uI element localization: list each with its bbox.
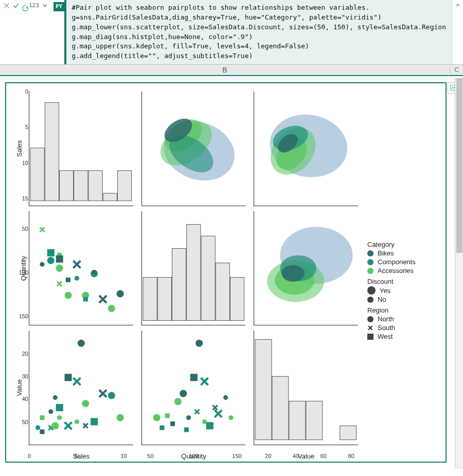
column-header-c[interactable]: C (450, 66, 463, 74)
svg-rect-1 (30, 148, 44, 201)
svg-point-67 (186, 415, 191, 420)
cancel-icon[interactable] (3, 2, 10, 9)
svg-rect-6 (103, 193, 117, 201)
legend-region-row: ✕South (367, 324, 439, 332)
svg-rect-74 (255, 340, 272, 440)
x-icon: ✕ (367, 325, 373, 331)
svg-rect-51 (56, 404, 63, 411)
circle-icon (367, 316, 373, 322)
svg-point-45 (35, 426, 40, 430)
panel-scatter-value-quantity: 50100150 Quantity (141, 331, 246, 445)
legend-region-label: South (378, 324, 395, 332)
svg-point-25 (64, 291, 72, 299)
svg-rect-66 (184, 428, 189, 432)
svg-point-55 (78, 340, 85, 347)
legend-category-title: Category (367, 241, 439, 248)
svg-point-44 (282, 265, 305, 282)
collapse-icon[interactable] (453, 0, 463, 10)
legend-swatch (367, 259, 373, 265)
panel-scatter-value-sales: Value 20304050 0510 Sales (29, 331, 133, 445)
svg-rect-2 (45, 103, 59, 201)
legend-disc-row: No (367, 296, 439, 303)
formula-bar-buttons: 123 (0, 0, 51, 11)
svg-rect-77 (306, 401, 323, 440)
python-badge: PY (54, 2, 64, 11)
vertical-scrollbar[interactable] (455, 78, 463, 469)
svg-rect-37 (201, 236, 215, 321)
legend-discount-title: Discount (367, 278, 439, 285)
formula-code[interactable]: #Pair plot with seaborn pairplots to sho… (64, 0, 453, 64)
svg-rect-38 (216, 263, 229, 320)
legend-cat-row: Accessories (367, 267, 439, 274)
svg-rect-63 (170, 422, 175, 426)
xlabel-sales: Sales (73, 452, 90, 460)
svg-rect-5 (88, 171, 102, 201)
svg-point-58 (108, 392, 115, 399)
svg-rect-68 (190, 374, 197, 381)
chart-legend: Category Bikes Components Accessories Di… (367, 237, 439, 341)
svg-point-30 (92, 270, 97, 274)
square-icon (367, 334, 373, 340)
svg-rect-4 (74, 171, 88, 201)
legend-swatch (367, 268, 373, 274)
panel-kde-sales-quantity (141, 91, 246, 206)
svg-rect-46 (40, 430, 44, 434)
legend-cat-row: Components (367, 258, 439, 266)
fx-icon[interactable]: 123 (22, 2, 39, 9)
svg-point-52 (57, 415, 62, 420)
svg-point-26 (75, 276, 79, 281)
svg-point-32 (117, 290, 124, 297)
svg-point-49 (53, 395, 58, 400)
legend-disc-row: Yes (367, 286, 439, 295)
panel-quantity-hist (141, 211, 246, 326)
svg-point-31 (108, 305, 115, 312)
svg-rect-24 (66, 278, 70, 282)
panel-kde-sales-value (254, 91, 358, 206)
svg-point-59 (117, 414, 124, 422)
svg-rect-34 (157, 277, 171, 320)
svg-point-72 (223, 395, 228, 400)
confirm-icon[interactable] (12, 2, 20, 9)
scrollbar-thumb[interactable] (456, 78, 462, 253)
dropdown-icon[interactable] (41, 2, 48, 9)
svg-point-73 (228, 415, 233, 420)
legend-size-swatch (367, 297, 373, 303)
legend-disc-label: No (378, 296, 386, 303)
svg-rect-47 (40, 415, 44, 420)
legend-region-row: North (367, 315, 439, 323)
legend-cat-label: Components (378, 258, 416, 266)
xlabel-quantity: Quantity (181, 452, 206, 460)
svg-rect-7 (117, 171, 131, 201)
legend-size-swatch (367, 286, 376, 295)
panel-sales-hist: Sales 051015 (29, 91, 133, 206)
svg-point-69 (195, 340, 203, 347)
legend-swatch (367, 250, 373, 257)
svg-rect-39 (230, 277, 244, 320)
svg-point-50 (51, 422, 59, 429)
svg-rect-75 (272, 377, 289, 440)
svg-rect-62 (165, 413, 169, 418)
svg-rect-35 (172, 248, 186, 320)
svg-rect-57 (91, 418, 98, 426)
panel-kde-quantity-value (254, 211, 358, 326)
svg-point-48 (48, 410, 53, 414)
legend-cat-label: Bikes (378, 249, 394, 257)
pair-grid: Sales 051015 Quantity 50100150 Value 203… (29, 91, 358, 445)
column-header-b[interactable]: B (0, 66, 450, 74)
svg-rect-19 (47, 249, 55, 256)
svg-rect-76 (289, 401, 306, 440)
svg-rect-33 (143, 277, 157, 320)
svg-point-23 (56, 264, 63, 271)
fx-superscript: 123 (29, 2, 39, 9)
chart-object[interactable]: Sales 051015 Quantity 50100150 Value 203… (5, 82, 447, 463)
svg-point-18 (40, 262, 44, 266)
sheet-area: Sales 051015 Quantity 50100150 Value 203… (0, 76, 463, 474)
legend-disc-label: Yes (380, 287, 390, 295)
legend-region-label: West (378, 333, 393, 340)
svg-point-64 (174, 398, 182, 406)
panel-value-hist: 20406080 Value (254, 331, 358, 445)
panel-scatter-quantity-sales: Quantity 50100150 (29, 211, 133, 326)
svg-point-54 (75, 419, 79, 424)
svg-point-20 (47, 257, 55, 264)
svg-point-56 (82, 400, 89, 407)
